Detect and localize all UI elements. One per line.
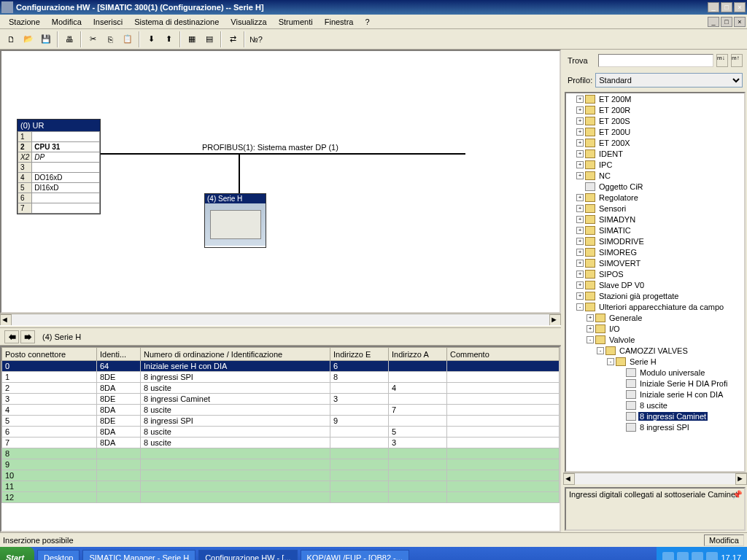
mdi-minimize-button[interactable]: _ [708, 17, 719, 27]
tree-expand-icon[interactable]: + [576, 161, 584, 168]
tree-item[interactable]: +I/O [566, 323, 744, 334]
search-input[interactable] [598, 54, 713, 67]
mdi-close-button[interactable]: × [734, 17, 746, 27]
tree-item[interactable]: Iniziale serie H con DIA [566, 389, 744, 400]
column-header[interactable]: Commento [447, 348, 560, 361]
tree-item[interactable]: -Serie H [566, 356, 744, 367]
tree-item[interactable]: +NC [566, 170, 744, 181]
close-button[interactable]: × [734, 2, 746, 12]
profile-select[interactable]: Standard [595, 73, 743, 88]
table-row[interactable]: 10 [2, 470, 560, 481]
tree-expand-icon[interactable]: + [576, 227, 584, 234]
tree-expand-icon[interactable]: + [576, 216, 584, 223]
tree-item[interactable]: -Valvole [566, 334, 744, 345]
table-row[interactable]: 68DA8 uscite5 [2, 427, 560, 438]
new-button[interactable]: 🗋 [3, 31, 19, 47]
tree-expand-icon[interactable]: + [576, 96, 584, 103]
table-row[interactable]: 78DA8 uscite3 [2, 438, 560, 448]
tree-expand-icon[interactable]: - [576, 303, 584, 311]
tree-item[interactable]: Modulo universale [566, 367, 744, 378]
tree-item[interactable]: 8 ingressi Caminet [566, 411, 744, 421]
menu-item[interactable]: Stazione [3, 16, 46, 28]
print-button[interactable]: 🖶 [61, 31, 77, 47]
tree-expand-icon[interactable]: + [576, 271, 584, 278]
tray-icon[interactable] [662, 552, 674, 560]
device-box[interactable]: (4) Serie H [204, 193, 266, 248]
taskbar-item[interactable]: Configurazione HW - [... [198, 550, 297, 560]
table-row[interactable]: 064Iniziale serie H con DIA6 [2, 361, 560, 372]
table-row[interactable]: 58DE8 ingressi SPI9 [2, 416, 560, 427]
hardware-canvas[interactable]: (0) UR 12CPU 31X2DP34DO16xD5DI16xD67 PRO… [0, 50, 561, 314]
menu-item[interactable]: Modifica [46, 16, 88, 28]
table-row[interactable]: 18DE8 ingressi SPI8 [2, 372, 560, 383]
tree-item[interactable]: +SIMATIC [566, 225, 744, 236]
tree-expand-icon[interactable]: + [576, 292, 584, 300]
table-row[interactable]: 28DA8 uscite4 [2, 383, 560, 394]
upload-button[interactable]: ⬆ [160, 31, 177, 47]
column-header[interactable]: Identi... [97, 348, 141, 361]
copy-button[interactable]: ⎘ [102, 31, 118, 47]
convert-button[interactable]: ⇄ [225, 31, 241, 47]
menu-item[interactable]: Sistema di destinazione [128, 16, 225, 28]
tree-expand-icon[interactable]: + [576, 128, 584, 136]
tree-expand-icon[interactable]: - [587, 336, 594, 343]
search-up-button[interactable]: m↑ [731, 54, 743, 67]
save-button[interactable]: 💾 [38, 31, 54, 47]
table-row[interactable]: 11 [2, 481, 560, 492]
menu-item[interactable]: Inserisci [88, 16, 128, 28]
search-down-button[interactable]: m↓ [716, 54, 728, 67]
tree-expand-icon[interactable]: + [587, 314, 594, 322]
tree-item[interactable]: +ET 200M [566, 93, 744, 104]
tree-item[interactable]: +SIMOREG [566, 246, 744, 257]
rack-row[interactable]: 1 [18, 132, 100, 142]
tree-expand-icon[interactable]: + [576, 281, 584, 289]
tree-item[interactable]: +Regolatore [566, 192, 744, 203]
tree-expand-icon[interactable]: + [576, 194, 584, 201]
tree-item[interactable]: 8 uscite [566, 400, 744, 411]
help-button[interactable]: №? [248, 31, 264, 47]
tree-item[interactable]: Oggetto CiR [566, 181, 744, 192]
tree-expand-icon[interactable]: + [576, 260, 584, 267]
tree-expand-icon[interactable]: + [576, 150, 584, 158]
maximize-button[interactable]: □ [721, 2, 732, 12]
taskbar-item[interactable]: KOP/AWL/FUP - [OB82 -... [301, 550, 409, 560]
mdi-maximize-button[interactable]: □ [721, 17, 732, 27]
tree-item[interactable]: +SIMOVERT [566, 257, 744, 268]
tree-expand-icon[interactable]: - [597, 347, 604, 354]
profibus-line[interactable] [101, 153, 465, 155]
tree-item[interactable]: +SIPOS [566, 268, 744, 279]
nav-back-button[interactable]: 🡄 [4, 330, 19, 343]
tree-expand-icon[interactable]: + [576, 106, 584, 114]
catalog-tree[interactable]: +ET 200M+ET 200R+ET 200S+ET 200U+ET 200X… [565, 92, 746, 472]
tree-expand-icon[interactable]: + [576, 117, 584, 125]
rack-row[interactable]: 7 [18, 203, 100, 214]
taskbar-item[interactable]: Desktop [37, 550, 80, 560]
tree-expand-icon[interactable]: - [607, 358, 614, 365]
tray-icon[interactable] [677, 552, 689, 560]
canvas-scrollbar[interactable]: ◄► [0, 314, 561, 325]
rack-row[interactable]: 6 [18, 193, 100, 203]
tree-item[interactable]: -CAMOZZI VALVES [566, 345, 744, 356]
open-button[interactable]: 📂 [20, 31, 36, 47]
tree-expand-icon[interactable]: + [576, 238, 584, 245]
tree-item[interactable]: +ET 200U [566, 126, 744, 137]
tray-icon[interactable] [706, 552, 718, 560]
detail-table[interactable]: Posto connettoreIdenti...Numero di ordin… [1, 347, 560, 503]
table-row[interactable]: 8 [2, 448, 560, 459]
tree-item[interactable]: +ET 200S [566, 115, 744, 126]
system-tray[interactable]: 17.17 [657, 547, 747, 560]
tree-expand-icon[interactable]: + [576, 139, 584, 147]
column-header[interactable]: Indirizzo E [330, 348, 389, 361]
rack-box[interactable]: (0) UR 12CPU 31X2DP34DO16xD5DI16xD67 [17, 119, 101, 214]
download-button[interactable]: ⬇ [143, 31, 159, 47]
menu-item[interactable]: Visualizza [225, 16, 272, 28]
tree-item[interactable]: +SIMADYN [566, 214, 744, 225]
tree-item[interactable]: +Sensori [566, 203, 744, 214]
menu-item[interactable]: Finestra [319, 16, 360, 28]
tree-expand-icon[interactable]: + [576, 205, 584, 212]
table-row[interactable]: 48DA8 uscite7 [2, 405, 560, 416]
rack-row[interactable]: 5DI16xD [18, 183, 100, 193]
pin-icon[interactable]: 📌 [732, 490, 743, 500]
menu-item[interactable]: Strumenti [273, 16, 319, 28]
table-row[interactable]: 12 [2, 492, 560, 503]
